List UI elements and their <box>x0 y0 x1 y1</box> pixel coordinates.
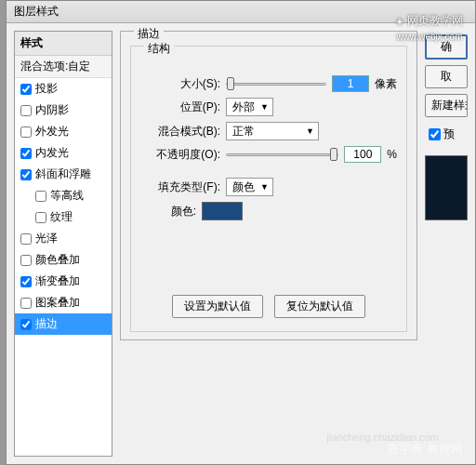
color-label: 颜色: <box>140 204 196 219</box>
style-checkbox[interactable] <box>20 148 32 159</box>
style-item-label: 外发光 <box>35 124 69 140</box>
style-item-2[interactable]: 外发光 <box>15 121 112 142</box>
preview-box <box>425 155 468 220</box>
style-item-label: 内发光 <box>35 145 69 161</box>
size-unit: 像素 <box>375 76 397 92</box>
structure-title: 结构 <box>144 41 174 57</box>
style-item-7[interactable]: 光泽 <box>15 228 112 249</box>
style-item-3[interactable]: 内发光 <box>15 142 112 164</box>
style-item-1[interactable]: 内阴影 <box>15 100 112 121</box>
style-item-11[interactable]: 描边 <box>15 313 112 335</box>
style-item-label: 图案叠加 <box>35 295 80 311</box>
style-item-label: 纹理 <box>50 209 73 225</box>
style-item-4[interactable]: 斜面和浮雕 <box>15 164 112 185</box>
watermark-bottom: 查字典 教程网 <box>387 441 463 458</box>
styles-header[interactable]: 样式 <box>15 32 112 56</box>
style-checkbox[interactable] <box>35 212 46 223</box>
style-checkbox[interactable] <box>20 105 32 116</box>
style-checkbox[interactable] <box>35 191 46 202</box>
blend-mode-label: 混合模式(B): <box>140 124 220 140</box>
style-item-5[interactable]: 等高线 <box>15 185 112 206</box>
style-checkbox[interactable] <box>20 169 32 180</box>
cancel-button[interactable]: 取 <box>425 65 468 88</box>
chevron-down-icon: ▼ <box>260 182 269 192</box>
style-checkbox[interactable] <box>20 298 32 309</box>
fill-type-label: 填充类型(F): <box>140 179 220 195</box>
set-default-button[interactable]: 设置为默认值 <box>172 295 263 318</box>
chevron-down-icon: ▼ <box>306 126 314 136</box>
style-item-label: 颜色叠加 <box>35 252 80 268</box>
style-item-0[interactable]: 投影 <box>15 78 112 100</box>
watermark-top: ◈ 网页教学网 www.webjx.com <box>396 13 463 43</box>
fill-type-select[interactable]: 颜色▼ <box>226 178 273 196</box>
style-checkbox[interactable] <box>20 233 32 245</box>
size-label: 大小(S): <box>140 76 220 92</box>
style-item-label: 描边 <box>35 316 58 332</box>
opacity-unit: % <box>387 148 397 161</box>
dialog-buttons-panel: 确 取 新建样式 预 <box>425 31 468 457</box>
color-swatch[interactable] <box>202 202 243 220</box>
style-checkbox[interactable] <box>20 84 32 95</box>
preview-checkbox[interactable]: 预 <box>429 126 468 142</box>
opacity-slider[interactable] <box>226 153 338 156</box>
size-slider[interactable] <box>226 83 326 86</box>
style-checkbox[interactable] <box>20 126 32 138</box>
new-style-button[interactable]: 新建样式 <box>425 94 468 117</box>
chevron-down-icon: ▼ <box>260 102 269 112</box>
position-select[interactable]: 外部▼ <box>226 98 273 116</box>
style-item-label: 光泽 <box>35 231 58 246</box>
position-label: 位置(P): <box>140 100 220 115</box>
blend-options-item[interactable]: 混合选项:自定 <box>15 56 112 78</box>
style-item-8[interactable]: 颜色叠加 <box>15 249 112 271</box>
layer-style-dialog: 图层样式 样式 混合选项:自定 投影内阴影外发光内发光斜面和浮雕等高线纹理光泽颜… <box>6 0 476 465</box>
stroke-group-title: 描边 <box>134 26 164 42</box>
stroke-settings-panel: 描边 结构 大小(S): 像素 位置(P): 外部▼ <box>120 31 417 457</box>
style-checkbox[interactable] <box>20 255 32 266</box>
style-item-label: 投影 <box>35 81 58 97</box>
style-checkbox[interactable] <box>20 319 32 330</box>
opacity-input[interactable] <box>344 146 381 163</box>
reset-default-button[interactable]: 复位为默认值 <box>274 295 365 318</box>
styles-list-panel: 样式 混合选项:自定 投影内阴影外发光内发光斜面和浮雕等高线纹理光泽颜色叠加渐变… <box>14 31 112 457</box>
size-input[interactable] <box>332 75 369 92</box>
style-item-10[interactable]: 图案叠加 <box>15 292 112 313</box>
style-checkbox[interactable] <box>20 276 32 287</box>
style-item-label: 渐变叠加 <box>35 273 80 289</box>
style-item-6[interactable]: 纹理 <box>15 206 112 228</box>
style-item-label: 内阴影 <box>35 102 69 118</box>
style-item-label: 斜面和浮雕 <box>35 166 91 182</box>
opacity-label: 不透明度(O): <box>140 147 220 163</box>
dialog-title: 图层样式 <box>14 5 59 18</box>
style-item-label: 等高线 <box>50 188 84 204</box>
blend-mode-select[interactable]: 正常▼ <box>226 122 319 140</box>
style-item-9[interactable]: 渐变叠加 <box>15 271 112 292</box>
